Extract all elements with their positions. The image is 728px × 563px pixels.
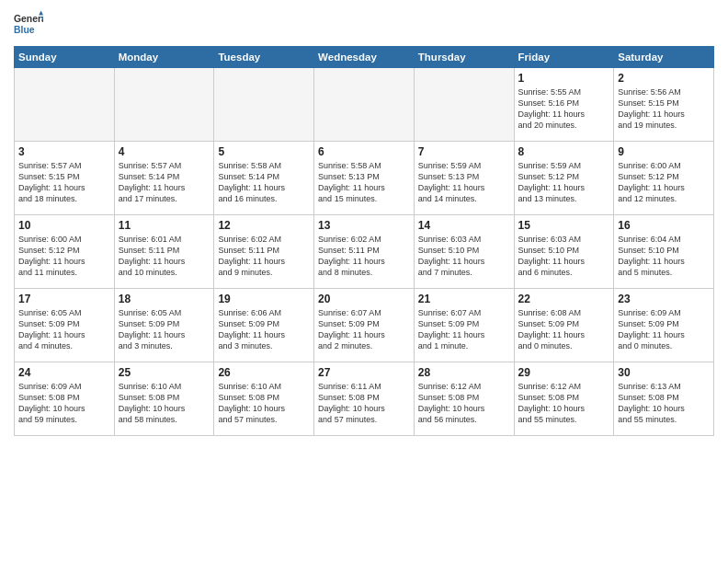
day-number: 27	[318, 366, 410, 379]
calendar-cell: 9Sunrise: 6:00 AM Sunset: 5:12 PM Daylig…	[614, 142, 714, 215]
day-number: 25	[119, 366, 210, 379]
calendar-cell: 5Sunrise: 5:58 AM Sunset: 5:14 PM Daylig…	[214, 142, 314, 215]
day-number: 2	[618, 72, 710, 85]
calendar-cell: 11Sunrise: 6:01 AM Sunset: 5:11 PM Dayli…	[114, 215, 214, 289]
calendar-cell	[314, 68, 415, 142]
calendar-cell: 29Sunrise: 6:12 AM Sunset: 5:08 PM Dayli…	[514, 362, 614, 436]
calendar-cell	[214, 68, 314, 142]
calendar-cell	[414, 68, 514, 142]
header: General Blue	[14, 9, 714, 39]
day-number: 5	[218, 145, 310, 158]
calendar-cell: 24Sunrise: 6:09 AM Sunset: 5:08 PM Dayli…	[15, 362, 115, 436]
day-number: 28	[418, 366, 510, 379]
day-info: Sunrise: 6:13 AM Sunset: 5:08 PM Dayligh…	[618, 381, 710, 426]
calendar-cell: 16Sunrise: 6:04 AM Sunset: 5:10 PM Dayli…	[614, 215, 714, 289]
day-number: 23	[618, 293, 710, 305]
day-number: 21	[418, 293, 510, 305]
day-info: Sunrise: 6:00 AM Sunset: 5:12 PM Dayligh…	[618, 160, 710, 205]
day-number: 24	[18, 366, 110, 379]
calendar-cell: 22Sunrise: 6:08 AM Sunset: 5:09 PM Dayli…	[514, 289, 614, 362]
calendar-cell: 14Sunrise: 6:03 AM Sunset: 5:10 PM Dayli…	[414, 215, 514, 289]
day-info: Sunrise: 6:07 AM Sunset: 5:09 PM Dayligh…	[318, 307, 410, 352]
day-info: Sunrise: 6:12 AM Sunset: 5:08 PM Dayligh…	[418, 381, 510, 426]
calendar-cell: 21Sunrise: 6:07 AM Sunset: 5:09 PM Dayli…	[414, 289, 514, 362]
calendar-cell: 23Sunrise: 6:09 AM Sunset: 5:09 PM Dayli…	[614, 289, 714, 362]
weekday-header-row: SundayMondayTuesdayWednesdayThursdayFrid…	[15, 47, 714, 68]
calendar-cell: 20Sunrise: 6:07 AM Sunset: 5:09 PM Dayli…	[314, 289, 415, 362]
logo: General Blue	[14, 9, 43, 39]
calendar-cell: 7Sunrise: 5:59 AM Sunset: 5:13 PM Daylig…	[414, 142, 514, 215]
day-info: Sunrise: 6:09 AM Sunset: 5:08 PM Dayligh…	[18, 381, 110, 426]
day-number: 30	[618, 366, 710, 379]
day-number: 9	[618, 145, 710, 158]
day-number: 16	[618, 219, 710, 232]
day-number: 26	[218, 366, 310, 379]
calendar-cell: 2Sunrise: 5:56 AM Sunset: 5:15 PM Daylig…	[614, 68, 714, 142]
day-info: Sunrise: 6:11 AM Sunset: 5:08 PM Dayligh…	[318, 381, 410, 426]
week-row-2: 3Sunrise: 5:57 AM Sunset: 5:15 PM Daylig…	[15, 142, 714, 215]
day-number: 15	[518, 219, 610, 232]
day-info: Sunrise: 6:10 AM Sunset: 5:08 PM Dayligh…	[119, 381, 210, 426]
day-info: Sunrise: 5:55 AM Sunset: 5:16 PM Dayligh…	[518, 86, 610, 132]
day-info: Sunrise: 5:59 AM Sunset: 5:12 PM Dayligh…	[518, 160, 610, 205]
calendar-cell: 25Sunrise: 6:10 AM Sunset: 5:08 PM Dayli…	[114, 362, 214, 436]
day-info: Sunrise: 6:10 AM Sunset: 5:08 PM Dayligh…	[218, 381, 310, 426]
day-info: Sunrise: 6:03 AM Sunset: 5:10 PM Dayligh…	[518, 234, 610, 279]
day-number: 22	[518, 293, 610, 305]
svg-text:General: General	[14, 14, 43, 24]
day-info: Sunrise: 6:03 AM Sunset: 5:10 PM Dayligh…	[418, 234, 510, 279]
day-info: Sunrise: 6:02 AM Sunset: 5:11 PM Dayligh…	[318, 234, 410, 279]
day-number: 12	[218, 219, 310, 232]
day-number: 10	[18, 219, 110, 232]
calendar-cell: 3Sunrise: 5:57 AM Sunset: 5:15 PM Daylig…	[15, 142, 115, 215]
day-info: Sunrise: 5:57 AM Sunset: 5:14 PM Dayligh…	[119, 160, 210, 205]
day-info: Sunrise: 6:01 AM Sunset: 5:11 PM Dayligh…	[119, 234, 210, 279]
calendar-cell: 18Sunrise: 6:05 AM Sunset: 5:09 PM Dayli…	[114, 289, 214, 362]
week-row-3: 10Sunrise: 6:00 AM Sunset: 5:12 PM Dayli…	[15, 215, 714, 289]
day-number: 20	[318, 293, 410, 305]
day-info: Sunrise: 5:58 AM Sunset: 5:13 PM Dayligh…	[318, 160, 410, 205]
calendar-cell: 6Sunrise: 5:58 AM Sunset: 5:13 PM Daylig…	[314, 142, 415, 215]
day-number: 18	[119, 293, 210, 305]
calendar-cell: 12Sunrise: 6:02 AM Sunset: 5:11 PM Dayli…	[214, 215, 314, 289]
day-info: Sunrise: 6:02 AM Sunset: 5:11 PM Dayligh…	[218, 234, 310, 279]
day-number: 19	[218, 293, 310, 305]
day-number: 1	[518, 72, 610, 85]
page: General Blue SundayMondayTuesdayWednesda…	[0, 0, 728, 563]
calendar-cell: 13Sunrise: 6:02 AM Sunset: 5:11 PM Dayli…	[314, 215, 415, 289]
weekday-header-thursday: Thursday	[414, 47, 514, 68]
day-number: 4	[119, 145, 210, 158]
calendar-cell: 8Sunrise: 5:59 AM Sunset: 5:12 PM Daylig…	[514, 142, 614, 215]
weekday-header-monday: Monday	[114, 47, 214, 68]
calendar-cell: 28Sunrise: 6:12 AM Sunset: 5:08 PM Dayli…	[414, 362, 514, 436]
weekday-header-sunday: Sunday	[15, 47, 115, 68]
day-info: Sunrise: 6:04 AM Sunset: 5:10 PM Dayligh…	[618, 234, 710, 279]
day-info: Sunrise: 5:57 AM Sunset: 5:15 PM Dayligh…	[18, 160, 110, 205]
weekday-header-wednesday: Wednesday	[314, 47, 415, 68]
day-info: Sunrise: 6:09 AM Sunset: 5:09 PM Dayligh…	[618, 307, 710, 352]
calendar-cell: 17Sunrise: 6:05 AM Sunset: 5:09 PM Dayli…	[15, 289, 115, 362]
day-number: 11	[119, 219, 210, 232]
day-number: 29	[518, 366, 610, 379]
day-info: Sunrise: 6:06 AM Sunset: 5:09 PM Dayligh…	[218, 307, 310, 352]
day-info: Sunrise: 6:12 AM Sunset: 5:08 PM Dayligh…	[518, 381, 610, 426]
day-number: 14	[418, 219, 510, 232]
calendar-cell: 26Sunrise: 6:10 AM Sunset: 5:08 PM Dayli…	[214, 362, 314, 436]
calendar-cell: 1Sunrise: 5:55 AM Sunset: 5:16 PM Daylig…	[514, 68, 614, 142]
weekday-header-tuesday: Tuesday	[214, 47, 314, 68]
day-info: Sunrise: 6:00 AM Sunset: 5:12 PM Dayligh…	[18, 234, 110, 279]
day-number: 17	[18, 293, 110, 305]
calendar-cell: 30Sunrise: 6:13 AM Sunset: 5:08 PM Dayli…	[614, 362, 714, 436]
day-info: Sunrise: 5:56 AM Sunset: 5:15 PM Dayligh…	[618, 86, 710, 132]
day-number: 3	[18, 145, 110, 158]
calendar-cell: 4Sunrise: 5:57 AM Sunset: 5:14 PM Daylig…	[114, 142, 214, 215]
day-info: Sunrise: 5:58 AM Sunset: 5:14 PM Dayligh…	[218, 160, 310, 205]
week-row-1: 1Sunrise: 5:55 AM Sunset: 5:16 PM Daylig…	[15, 68, 714, 142]
day-number: 7	[418, 145, 510, 158]
weekday-header-saturday: Saturday	[614, 47, 714, 68]
logo-icon: General Blue	[14, 9, 43, 39]
day-info: Sunrise: 5:59 AM Sunset: 5:13 PM Dayligh…	[418, 160, 510, 205]
day-number: 8	[518, 145, 610, 158]
day-info: Sunrise: 6:07 AM Sunset: 5:09 PM Dayligh…	[418, 307, 510, 352]
svg-marker-2	[39, 11, 43, 16]
